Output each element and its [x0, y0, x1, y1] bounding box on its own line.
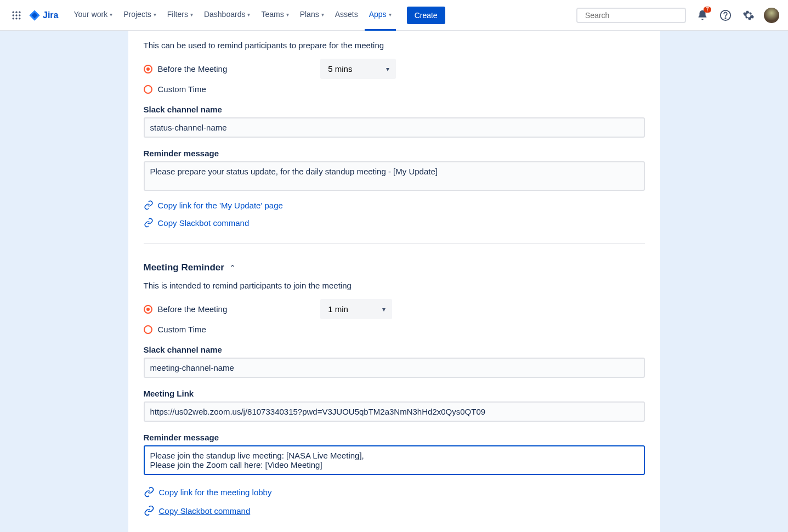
meeting-section-title: Meeting Reminder	[144, 262, 224, 273]
nav-your-work[interactable]: Your work▾	[69, 0, 117, 31]
prep-help-text: This can be used to remind participants …	[144, 41, 645, 50]
meeting-before-radio[interactable]	[144, 305, 152, 314]
link-icon	[144, 486, 155, 497]
help-icon[interactable]	[718, 8, 733, 23]
meeting-reminder-section: Meeting Reminder ⌃ This is intended to r…	[144, 254, 645, 516]
meeting-link-label: Meeting Link	[144, 389, 645, 398]
prep-copy-myupdate-link[interactable]: Copy link for the 'My Update' page	[144, 200, 645, 210]
nav-items: Your work▾ Projects▾ Filters▾ Dashboards…	[69, 0, 395, 31]
prep-custom-radio[interactable]	[144, 85, 152, 94]
chevron-down-icon: ▾	[286, 12, 289, 18]
chevron-down-icon: ▾	[154, 12, 156, 18]
prep-custom-label: Custom Time	[158, 84, 206, 94]
meeting-msg-label: Reminder message	[144, 433, 645, 442]
svg-point-4	[15, 14, 17, 16]
meeting-custom-radio[interactable]	[144, 325, 152, 334]
nav-projects[interactable]: Projects▾	[119, 0, 161, 31]
divider	[144, 243, 645, 244]
chevron-down-icon: ▾	[321, 12, 324, 18]
logo-text: Jira	[43, 10, 58, 20]
svg-point-8	[19, 18, 20, 19]
notification-badge: 7	[704, 7, 711, 13]
prep-msg-textarea[interactable]	[144, 161, 645, 191]
notifications-icon[interactable]: 7	[695, 8, 710, 23]
meeting-msg-textarea[interactable]	[144, 445, 645, 475]
meeting-slack-input[interactable]	[144, 358, 645, 378]
chevron-down-icon: ▾	[247, 12, 250, 18]
chevron-down-icon: ▾	[389, 12, 392, 18]
link-icon	[144, 200, 154, 210]
prep-before-radio[interactable]	[144, 65, 152, 73]
meeting-before-label: Before the Meeting	[158, 304, 228, 314]
prep-slack-input[interactable]	[144, 117, 645, 138]
nav-dashboards[interactable]: Dashboards▾	[200, 0, 255, 31]
meeting-section-toggle[interactable]: Meeting Reminder ⌃	[144, 262, 645, 273]
meeting-link-input[interactable]	[144, 401, 645, 422]
search-input[interactable]	[585, 11, 681, 20]
top-nav: Jira Your work▾ Projects▾ Filters▾ Dashb…	[0, 0, 788, 31]
meeting-help-text: This is intended to remind participants …	[144, 281, 645, 290]
nav-plans[interactable]: Plans▾	[296, 0, 328, 31]
prep-reminder-section: This can be used to remind participants …	[144, 31, 645, 228]
chevron-down-icon: ▾	[190, 12, 193, 18]
search-box[interactable]	[576, 8, 686, 23]
prep-copy-slackbot-link[interactable]: Copy Slackbot command	[144, 218, 645, 228]
jira-logo-icon	[29, 9, 41, 21]
meeting-copy-slackbot-link[interactable]: Copy Slackbot command	[144, 505, 645, 516]
link-icon	[144, 218, 154, 228]
svg-point-7	[15, 18, 17, 19]
meeting-time-select[interactable]: 1 min	[320, 299, 392, 319]
meeting-copy-lobby-link[interactable]: Copy link for the meeting lobby	[144, 486, 645, 497]
nav-apps[interactable]: Apps▾	[365, 0, 396, 31]
svg-point-12	[725, 18, 725, 18]
jira-logo[interactable]: Jira	[29, 9, 58, 21]
svg-point-5	[19, 14, 20, 16]
svg-point-6	[13, 18, 14, 19]
settings-panel: This can be used to remind participants …	[128, 31, 660, 532]
chevron-down-icon: ▾	[110, 12, 112, 18]
svg-point-2	[19, 11, 20, 13]
prep-time-select[interactable]: 5 mins	[320, 59, 396, 79]
meeting-slack-label: Slack channel name	[144, 345, 645, 354]
link-icon	[144, 505, 155, 516]
nav-assets[interactable]: Assets	[331, 0, 362, 31]
nav-teams[interactable]: Teams▾	[257, 0, 293, 31]
create-button[interactable]: Create	[407, 7, 445, 24]
settings-icon[interactable]	[741, 8, 756, 23]
nav-filters[interactable]: Filters▾	[163, 0, 197, 31]
prep-slack-label: Slack channel name	[144, 105, 645, 114]
chevron-up-icon: ⌃	[230, 264, 235, 271]
meeting-custom-label: Custom Time	[158, 325, 206, 334]
svg-point-0	[13, 11, 14, 13]
app-switcher-icon[interactable]	[9, 8, 24, 23]
svg-point-3	[13, 14, 14, 16]
user-avatar[interactable]	[764, 8, 779, 23]
prep-before-label: Before the Meeting	[158, 64, 228, 73]
svg-point-1	[15, 11, 17, 13]
prep-msg-label: Reminder message	[144, 149, 645, 158]
